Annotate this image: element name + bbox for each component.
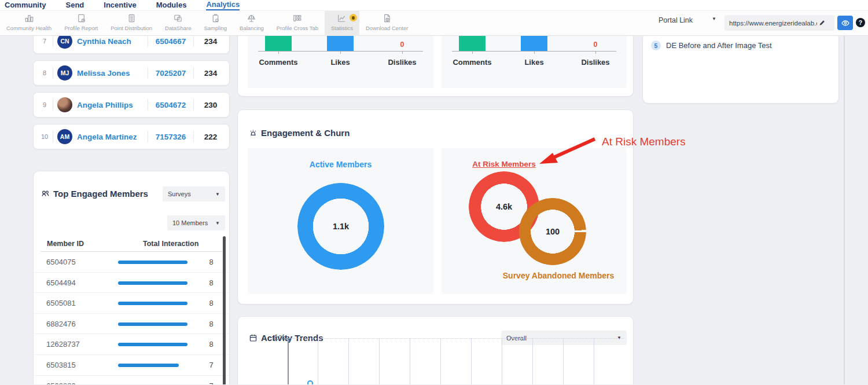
likes-bar[interactable] [521, 36, 547, 51]
tool-datashare[interactable]: DataShare [159, 11, 197, 36]
count-filter-dropdown[interactable]: 10 Members ▼ [167, 215, 225, 230]
member-score: 234 [198, 69, 223, 78]
interaction-bar [118, 343, 187, 346]
divider [148, 99, 148, 111]
top-engaged-members-panel: Top Engaged Members Surveys ▼ 10 Members… [33, 171, 230, 384]
table-row: 6882476 8 [34, 314, 229, 335]
tool-profile-report[interactable]: Profile Report [58, 11, 104, 36]
tool-profile-cross-tab[interactable]: Profile Cross Tab [270, 11, 325, 36]
member-score: 222 [198, 133, 223, 141]
chevron-down-icon: ▼ [215, 221, 220, 226]
leaderboard-row: 8 MJ Melissa Jones 7025207 234 [33, 60, 230, 86]
table-row: 6504075 8 [34, 252, 229, 273]
table-row: 6505081 8 [34, 293, 229, 314]
grid-document-icon [126, 13, 137, 24]
axis-tick [534, 52, 535, 54]
nav-item-send[interactable]: Send [66, 1, 84, 10]
table-row: 6504494 8 [34, 273, 229, 294]
nav-item-incentive[interactable]: Incentive [104, 1, 136, 10]
comments-bar[interactable] [265, 36, 292, 51]
annotation-arrow [537, 133, 606, 168]
cell-value: 8 [203, 320, 220, 328]
axis-tick [402, 52, 403, 54]
tool-statistics[interactable]: Statistics [325, 11, 359, 36]
portal-link-select[interactable]: Portal Link ▼ [659, 16, 716, 24]
tool-label: Profile Report [64, 25, 98, 31]
divider [53, 67, 53, 79]
divider [53, 99, 53, 111]
siren-icon [248, 128, 258, 138]
likes-bar[interactable] [327, 36, 354, 51]
panel-title: Engagement & Churn [261, 128, 350, 138]
nav-item-analytics[interactable]: Analytics [206, 0, 240, 10]
tool-community-health[interactable]: Community Health [0, 11, 58, 36]
help-question-mark: ? [859, 19, 862, 26]
active-members-chart: Active Members 1.1k [248, 148, 433, 294]
member-id-link[interactable]: 6504672 [152, 101, 189, 109]
divider [53, 131, 53, 142]
member-name-link[interactable]: Angela Martinez [77, 133, 144, 141]
toolbar-buttons: Community Health Profile Report Point Di… [0, 11, 414, 36]
divider [148, 36, 148, 47]
member-id-link[interactable]: 7025207 [152, 69, 189, 78]
report-document-icon [76, 13, 87, 24]
member-id-link[interactable]: 7157326 [152, 133, 189, 141]
nav-item-community[interactable]: Community [5, 1, 46, 10]
member-id-link[interactable]: 6504667 [152, 37, 189, 46]
category-label: Dislikes [376, 58, 428, 67]
reactions-panel: 0 Comments Likes Dislikes 0 Comments Lik… [237, 36, 634, 97]
content-scroll-divider [844, 36, 845, 384]
activity-data-point[interactable] [307, 380, 313, 384]
table-scrollbar[interactable] [223, 236, 226, 384]
tool-label: Statistics [331, 25, 353, 31]
survey-list-item-link[interactable]: DE Before and After Image Test [666, 41, 772, 50]
member-name-link[interactable]: Melissa Jones [77, 69, 144, 78]
tool-download-center[interactable]: Download Center [359, 11, 414, 36]
tool-label: Profile Cross Tab [277, 25, 318, 31]
cell-member-id: 6882476 [46, 320, 76, 328]
member-name-link[interactable]: Angela Phillips [77, 101, 144, 109]
member-name-link[interactable]: Cynthia Neach [77, 37, 144, 46]
nav-item-modules[interactable]: Modules [156, 1, 187, 10]
rank-label: 7 [41, 38, 49, 45]
table-row: 6502820 7 [34, 376, 229, 384]
table-row: 6503815 7 [34, 355, 229, 376]
cell-value: 8 [203, 299, 220, 307]
count-filter-value: 10 Members [172, 219, 208, 226]
cell-value: 8 [203, 340, 220, 349]
divider [193, 36, 194, 47]
cell-member-id: 6504075 [46, 258, 76, 266]
abandoned-value: 100 [519, 227, 586, 236]
scales-icon [246, 13, 257, 24]
clipboard-icon [210, 13, 221, 24]
column-header-member-id: Member ID [47, 240, 84, 248]
table-row: 12628737 8 [34, 334, 229, 355]
interaction-bar [118, 322, 187, 326]
annotation-text: At Risk Members [602, 135, 686, 148]
divider [193, 131, 194, 142]
at-risk-members-link[interactable]: At Risk Members [459, 160, 549, 168]
panel-title: Top Engaged Members [53, 189, 148, 199]
edit-pencil-icon[interactable] [818, 19, 826, 27]
portal-url-input[interactable] [724, 20, 818, 27]
reaction-chart-left: 0 Comments Likes Dislikes [248, 36, 433, 88]
metric-filter-dropdown[interactable]: Surveys ▼ [163, 186, 225, 201]
cell-value: 7 [203, 361, 220, 369]
divider [148, 67, 148, 79]
analytics-toolbar: Community Health Profile Report Point Di… [0, 11, 868, 36]
leaderboard-row: 9 Angela Phillips 6504672 230 [33, 92, 230, 118]
comments-bar[interactable] [459, 36, 486, 51]
dislikes-zero-value: 0 [376, 41, 428, 49]
chevron-down-icon: ▼ [215, 192, 220, 197]
interaction-bar [118, 281, 187, 285]
help-button[interactable]: ? [856, 18, 865, 27]
category-label: Likes [314, 58, 366, 67]
preview-eye-button[interactable] [837, 16, 853, 30]
tool-point-distribution[interactable]: Point Distribution [104, 11, 159, 36]
avatar: AM [57, 129, 72, 144]
download-icon [381, 13, 392, 24]
tool-balancing[interactable]: Balancing [233, 11, 270, 36]
rank-label: 10 [41, 133, 49, 140]
tool-sampling[interactable]: Sampling [197, 11, 233, 36]
people-icon [41, 189, 50, 199]
